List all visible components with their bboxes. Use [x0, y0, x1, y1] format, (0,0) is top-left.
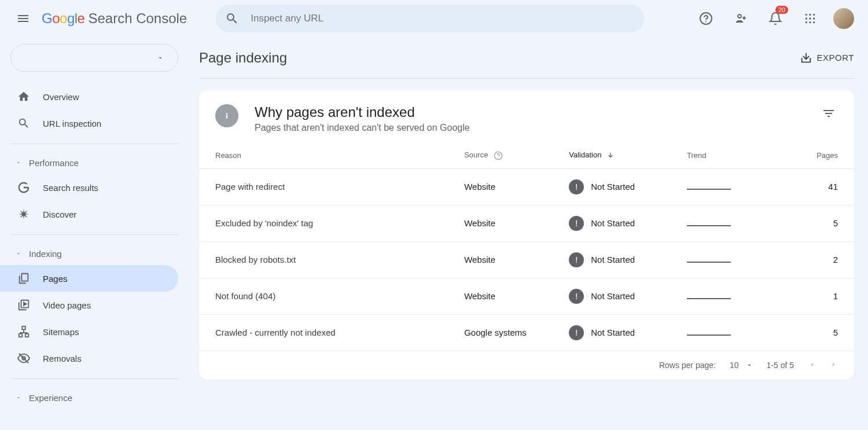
search-input[interactable]	[251, 13, 635, 24]
cell-source: Website	[448, 278, 553, 314]
info-icon	[215, 104, 238, 127]
sidebar-section-indexing[interactable]: Indexing	[10, 242, 178, 265]
sidebar-item-label: Search results	[43, 183, 98, 193]
exclamation-icon: !	[569, 216, 584, 231]
menu-button[interactable]	[9, 5, 37, 32]
sidebar-item-discover[interactable]: Discover	[0, 201, 178, 227]
search-box[interactable]	[216, 5, 644, 32]
sidebar-section-experience[interactable]: Experience	[10, 386, 178, 409]
col-trend[interactable]: Trend	[671, 142, 762, 168]
col-source[interactable]: Source	[448, 142, 553, 168]
svg-point-5	[806, 17, 807, 19]
sidebar-item-label: Discover	[43, 210, 76, 219]
col-validation[interactable]: Validation	[553, 142, 671, 168]
prev-page-button[interactable]	[808, 361, 816, 370]
table-row[interactable]: Not found (404) Website !Not Started 1	[199, 278, 854, 314]
svg-rect-13	[22, 326, 25, 330]
table-row[interactable]: Blocked by robots.txt Website !Not Start…	[199, 241, 854, 278]
svg-rect-14	[19, 334, 23, 337]
col-pages[interactable]: Pages	[763, 142, 855, 168]
search-icon	[225, 12, 239, 25]
col-reason[interactable]: Reason	[199, 142, 448, 168]
user-settings-icon	[734, 12, 748, 25]
copy-icon	[17, 272, 30, 285]
cell-validation: !Not Started	[553, 168, 671, 205]
asterisk-icon	[17, 208, 30, 220]
arrow-down-icon	[606, 151, 615, 160]
property-selector[interactable]	[10, 44, 178, 72]
notifications-button[interactable]: 20	[764, 7, 787, 30]
cell-reason: Excluded by 'noindex' tag	[199, 205, 448, 241]
sidebar-item-url-inspection[interactable]: URL inspection	[0, 110, 178, 137]
help-button[interactable]	[694, 7, 718, 30]
cell-trend	[671, 205, 762, 241]
rows-per-page-label: Rows per page:	[659, 361, 716, 370]
svg-point-3	[809, 14, 811, 16]
trend-sparkline	[687, 298, 731, 299]
svg-rect-15	[25, 334, 29, 337]
video-pages-icon	[17, 299, 30, 311]
apps-grid-icon	[804, 13, 816, 24]
sidebar-item-label: Removals	[43, 354, 82, 363]
svg-rect-19	[226, 113, 227, 114]
user-settings-button[interactable]	[729, 7, 752, 30]
sidebar-item-overview[interactable]: Overview	[0, 83, 178, 110]
exclamation-icon: !	[569, 179, 584, 194]
apps-button[interactable]	[799, 7, 822, 30]
svg-point-1	[705, 21, 707, 22]
pagination-range: 1-5 of 5	[767, 361, 794, 370]
sidebar-item-sitemaps[interactable]: Sitemaps	[0, 318, 178, 345]
cell-trend	[671, 168, 762, 205]
cell-reason: Page with redirect	[199, 168, 448, 205]
chevron-right-icon	[830, 361, 838, 369]
svg-point-8	[806, 21, 807, 23]
indexing-reasons-card: Why pages aren't indexed Pages that aren…	[199, 90, 854, 380]
sidebar-section-performance[interactable]: Performance	[10, 151, 178, 174]
sidebar-item-label: Overview	[43, 92, 79, 102]
sidebar-item-search-results[interactable]: Search results	[0, 174, 178, 201]
cell-validation: !Not Started	[553, 241, 671, 278]
help-icon	[699, 12, 713, 25]
chevron-down-icon	[15, 250, 22, 257]
section-title: Experience	[29, 393, 72, 403]
search-icon	[17, 117, 30, 130]
sitemap-icon	[17, 325, 30, 338]
chevron-left-icon	[808, 361, 816, 369]
table-row[interactable]: Excluded by 'noindex' tag Website !Not S…	[199, 205, 854, 241]
chevron-down-icon	[15, 394, 22, 401]
rows-per-page-select[interactable]: 10	[730, 361, 753, 370]
notifications-badge: 20	[775, 6, 788, 14]
product-name: Search Console	[88, 10, 187, 27]
exclamation-icon: !	[569, 252, 584, 267]
svg-point-21	[498, 157, 498, 157]
sidebar-item-label: Video pages	[43, 300, 91, 310]
cell-source: Google systems	[448, 314, 553, 351]
avatar[interactable]	[833, 8, 854, 29]
sidebar-item-label: Pages	[43, 274, 68, 284]
svg-point-9	[809, 21, 811, 23]
cell-pages: 2	[763, 241, 855, 278]
home-icon	[17, 90, 30, 103]
cell-trend	[671, 278, 762, 314]
download-icon	[800, 52, 812, 64]
export-button[interactable]: EXPORT	[800, 52, 854, 64]
cell-source: Website	[448, 205, 553, 241]
cell-trend	[671, 314, 762, 351]
table-row[interactable]: Page with redirect Website !Not Started …	[199, 168, 854, 205]
table-row[interactable]: Crawled - currently not indexed Google s…	[199, 314, 854, 351]
sidebar-item-removals[interactable]: Removals	[0, 345, 178, 372]
sidebar: Overview URL inspection Performance Sear…	[0, 37, 185, 430]
cell-validation: !Not Started	[553, 314, 671, 351]
next-page-button[interactable]	[830, 361, 838, 370]
sidebar-item-pages[interactable]: Pages	[0, 265, 178, 292]
sidebar-item-video-pages[interactable]: Video pages	[0, 292, 178, 318]
cell-validation: !Not Started	[553, 205, 671, 241]
cell-trend	[671, 241, 762, 278]
chevron-down-icon	[157, 54, 164, 61]
exclamation-icon: !	[569, 325, 584, 340]
trend-sparkline	[687, 189, 731, 190]
svg-point-4	[813, 14, 815, 16]
logo[interactable]: Google Search Console	[42, 10, 187, 27]
filter-button[interactable]	[819, 104, 838, 125]
chevron-down-icon	[746, 362, 753, 369]
